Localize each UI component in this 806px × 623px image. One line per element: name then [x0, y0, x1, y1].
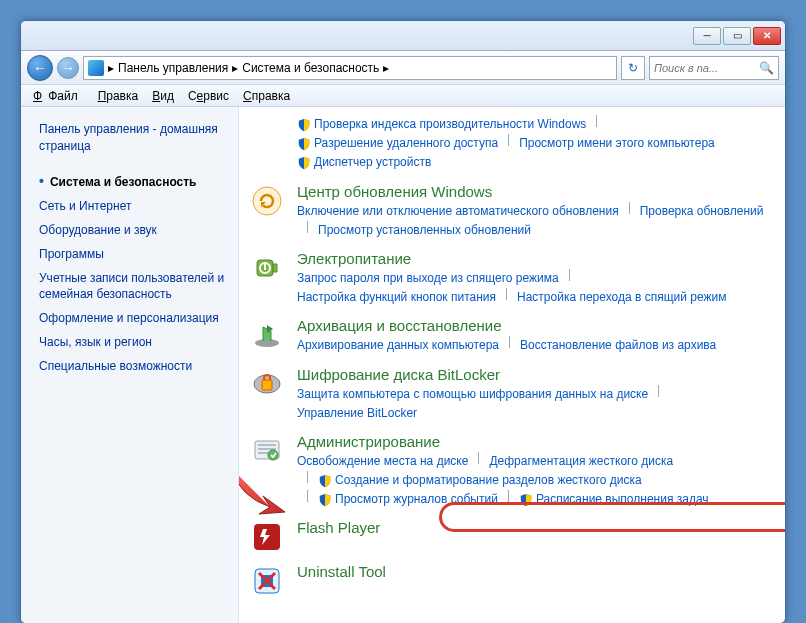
task-link[interactable]: Управление BitLocker — [297, 404, 417, 423]
control-panel-window: ─ ▭ ✕ ← → ▸ Панель управления ▸ Система … — [20, 20, 786, 623]
task-link[interactable]: Просмотр установленных обновлений — [318, 221, 531, 240]
address-bar[interactable]: ▸ Панель управления ▸ Система и безопасн… — [83, 56, 617, 80]
separator — [509, 336, 510, 348]
category-section: Шифрование диска BitLockerЗащита компьют… — [249, 366, 769, 423]
category-section: Uninstall Tool — [249, 563, 769, 597]
control-panel-icon — [88, 60, 104, 76]
task-link[interactable]: Просмотр журналов событий — [318, 490, 498, 509]
bitlocker-icon — [249, 366, 285, 423]
category-title[interactable]: Шифрование диска BitLocker — [297, 366, 769, 383]
category-title[interactable]: Администрирование — [297, 433, 769, 450]
menubar: ФФайл Правка Вид Сервис Справка — [21, 85, 785, 107]
breadcrumb-sep: ▸ — [383, 61, 389, 75]
category-title[interactable]: Электропитание — [297, 250, 769, 267]
separator — [478, 452, 479, 464]
category-title[interactable]: Архивация и восстановление — [297, 317, 769, 334]
link-perf-index[interactable]: Проверка индекса производительности Wind… — [297, 115, 586, 134]
sidebar-item-appearance[interactable]: Оформление и персонализация — [39, 307, 228, 331]
task-link[interactable]: Проверка обновлений — [640, 202, 764, 221]
nav-forward-button[interactable]: → — [57, 57, 79, 79]
search-box[interactable]: 🔍 — [649, 56, 779, 80]
separator — [596, 115, 597, 127]
nav-back-button[interactable]: ← — [27, 55, 53, 81]
navbar: ← → ▸ Панель управления ▸ Система и безо… — [21, 51, 785, 85]
task-link[interactable]: Защита компьютера с помощью шифрования д… — [297, 385, 648, 404]
svg-point-0 — [253, 187, 281, 215]
update-icon — [249, 183, 285, 240]
uninstall-icon — [249, 563, 285, 597]
task-link[interactable]: Расписание выполнения задач — [519, 490, 709, 509]
power-icon — [249, 250, 285, 307]
admin-icon — [249, 433, 285, 510]
backup-icon — [249, 317, 285, 355]
breadcrumb-sep: ▸ — [108, 61, 114, 75]
menu-file[interactable]: ФФайл — [27, 87, 90, 105]
sidebar-item-network[interactable]: Сеть и Интернет — [39, 195, 228, 219]
window-body: Панель управления - домашняя страница Си… — [21, 107, 785, 623]
spacer-icon — [249, 115, 285, 173]
maximize-button[interactable]: ▭ — [723, 27, 751, 45]
top-links-row: Проверка индекса производительности Wind… — [249, 115, 769, 173]
separator — [307, 221, 308, 233]
sidebar-home-link[interactable]: Панель управления - домашняя страница — [39, 121, 228, 155]
breadcrumb-current[interactable]: Система и безопасность — [242, 61, 379, 75]
sidebar-item-accessibility[interactable]: Специальные возможности — [39, 355, 228, 379]
task-link[interactable]: Восстановление файлов из архива — [520, 336, 716, 355]
task-link[interactable]: Настройка функций кнопок питания — [297, 288, 496, 307]
task-link[interactable]: Включение или отключение автоматического… — [297, 202, 619, 221]
search-input[interactable] — [654, 62, 755, 74]
menu-view[interactable]: Вид — [146, 87, 180, 105]
svg-rect-5 — [262, 380, 272, 390]
search-icon: 🔍 — [759, 61, 774, 75]
separator — [307, 471, 308, 483]
sidebar-item-hardware[interactable]: Оборудование и звук — [39, 219, 228, 243]
task-link[interactable]: Архивирование данных компьютера — [297, 336, 499, 355]
separator — [658, 385, 659, 397]
sidebar: Панель управления - домашняя страница Си… — [21, 107, 239, 623]
link-remote-access[interactable]: Разрешение удаленного доступа — [297, 134, 498, 153]
category-section: АдминистрированиеОсвобождение места на д… — [249, 433, 769, 510]
category-section: Архивация и восстановлениеАрхивирование … — [249, 317, 769, 355]
sidebar-item-accounts[interactable]: Учетные записи пользователей и семейная … — [39, 267, 228, 308]
task-link[interactable]: Создание и форматирование разделов жестк… — [318, 471, 642, 490]
task-link[interactable]: Настройка перехода в спящий режим — [517, 288, 726, 307]
separator — [506, 288, 507, 300]
category-section: ЭлектропитаниеЗапрос пароля при выходе и… — [249, 250, 769, 307]
task-link[interactable]: Запрос пароля при выходе из спящего режи… — [297, 269, 559, 288]
separator — [307, 490, 308, 502]
breadcrumb-sep: ▸ — [232, 61, 238, 75]
flash-icon — [249, 519, 285, 553]
menu-help[interactable]: Справка — [237, 87, 296, 105]
category-section: Flash Player — [249, 519, 769, 553]
menu-edit[interactable]: Правка — [92, 87, 145, 105]
close-button[interactable]: ✕ — [753, 27, 781, 45]
titlebar: ─ ▭ ✕ — [21, 21, 785, 51]
sidebar-item-system-security[interactable]: Система и безопасность — [39, 169, 228, 196]
sidebar-item-clock-lang[interactable]: Часы, язык и регион — [39, 331, 228, 355]
refresh-button[interactable]: ↻ — [621, 56, 645, 80]
minimize-button[interactable]: ─ — [693, 27, 721, 45]
separator — [508, 490, 509, 502]
category-title[interactable]: Uninstall Tool — [297, 563, 769, 580]
separator — [569, 269, 570, 281]
task-link[interactable]: Дефрагментация жесткого диска — [489, 452, 673, 471]
breadcrumb-root[interactable]: Панель управления — [118, 61, 228, 75]
sidebar-item-programs[interactable]: Программы — [39, 243, 228, 267]
content-area: Проверка индекса производительности Wind… — [239, 107, 785, 623]
separator — [508, 134, 509, 146]
svg-point-7 — [268, 450, 278, 460]
link-device-manager[interactable]: Диспетчер устройств — [297, 153, 431, 172]
task-link[interactable]: Освобождение места на диске — [297, 452, 468, 471]
category-title[interactable]: Центр обновления Windows — [297, 183, 769, 200]
menu-tools[interactable]: Сервис — [182, 87, 235, 105]
category-title[interactable]: Flash Player — [297, 519, 769, 536]
category-section: Центр обновления WindowsВключение или от… — [249, 183, 769, 240]
link-computer-name[interactable]: Просмотр имени этого компьютера — [519, 134, 715, 153]
separator — [629, 202, 630, 214]
